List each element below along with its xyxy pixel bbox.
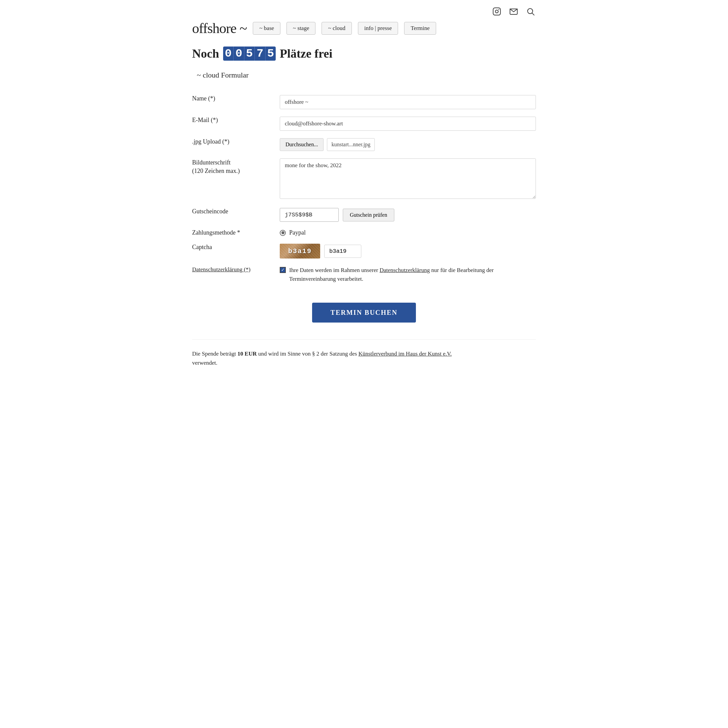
gutschein-check-button[interactable]: Gutschein prüfen (343, 209, 394, 222)
paypal-radio-inner (281, 231, 284, 234)
form-row-payment: Zahlungsmethode * Paypal (192, 228, 536, 238)
form-row-name: Name (*) (192, 94, 536, 110)
file-browse-button[interactable]: Durchsuchen... (280, 138, 324, 151)
captcha-label: Captcha (192, 242, 280, 260)
heading-suffix: Plätze frei (280, 46, 332, 61)
captcha-image: b3a19 (280, 244, 320, 258)
submit-button[interactable]: TERMIN BUCHEN (312, 303, 416, 323)
file-input-row: Durchsuchen... kunstart...nner.jpg (280, 138, 536, 151)
datenschutz-text: Ihre Daten werden im Rahmen unserer Date… (289, 266, 536, 283)
nav-cloud[interactable]: ~ cloud (321, 22, 352, 35)
site-title: offshore ~ (192, 20, 247, 37)
form-row-caption: Bildunterschrift (120 Zeichen max.) mone… (192, 157, 536, 202)
nav-stage[interactable]: ~ stage (286, 22, 315, 35)
nav-termine[interactable]: Termine (404, 22, 436, 35)
search-icon[interactable] (525, 6, 536, 17)
form-row-jpg: .jpg Upload (*) Durchsuchen... kunstart.… (192, 137, 536, 152)
datenschutz-checkbox[interactable] (280, 267, 286, 273)
svg-point-2 (499, 9, 500, 10)
captcha-input[interactable] (324, 245, 361, 258)
svg-rect-0 (493, 8, 500, 15)
svg-point-1 (496, 10, 499, 13)
datenschutz-label[interactable]: Datenschutzerklärung (*) (192, 266, 251, 273)
datenschutz-label-cell: Datenschutzerklärung (*) (192, 265, 280, 284)
counter-display: 0 0 5 7 5 (223, 46, 276, 61)
gutschein-row: Gutschein prüfen (280, 208, 536, 222)
counter-digit-3: 7 (255, 46, 265, 61)
footer-bold: 10 EUR (238, 350, 257, 357)
cloud-form: Name (*) E-Mail (*) .jpg Upload (*) Durc… (192, 89, 536, 323)
form-table: Name (*) E-Mail (*) .jpg Upload (*) Durc… (192, 89, 536, 289)
form-row-gutschein: Gutscheincode Gutschein prüfen (192, 206, 536, 223)
svg-line-5 (532, 13, 534, 15)
form-row-captcha: Captcha b3a19 (192, 242, 536, 260)
heading-prefix: Noch (192, 46, 219, 61)
payment-row: Paypal (280, 229, 536, 236)
counter-digit-0: 0 (223, 46, 234, 61)
caption-label: Bildunterschrift (120 Zeichen max.) (192, 157, 280, 202)
nav-base[interactable]: ~ base (253, 22, 280, 35)
paypal-radio[interactable] (280, 230, 286, 236)
counter-digit-4: 5 (266, 46, 276, 61)
top-icon-bar (192, 0, 536, 20)
footer-link[interactable]: Künstlerverbund im Haus der Kunst e.V. (358, 350, 452, 357)
form-section-title: ~ cloud Formular (192, 71, 536, 80)
jpg-label: .jpg Upload (*) (192, 137, 280, 152)
email-input[interactable] (280, 116, 536, 131)
nav-info[interactable]: info | presse (358, 22, 398, 35)
captcha-row: b3a19 (280, 244, 536, 258)
footer-text: Die Spende beträgt 10 EUR und wird im Si… (192, 340, 536, 367)
name-input[interactable] (280, 95, 536, 109)
counter-digit-2: 5 (244, 46, 255, 61)
form-row-email: E-Mail (*) (192, 115, 536, 132)
payment-value: Paypal (289, 229, 306, 236)
gutschein-input[interactable] (280, 208, 339, 222)
gutschein-label: Gutscheincode (192, 206, 280, 223)
header: offshore ~ ~ base ~ stage ~ cloud info |… (192, 20, 536, 46)
instagram-icon[interactable] (491, 6, 502, 17)
form-row-datenschutz: Datenschutzerklärung (*) Ihre Daten werd… (192, 265, 536, 284)
datenschutz-link[interactable]: Datenschutzerklärung (379, 267, 430, 273)
counter-digit-1: 0 (234, 46, 244, 61)
name-label: Name (*) (192, 94, 280, 110)
file-name-display: kunstart...nner.jpg (327, 138, 375, 151)
payment-label: Zahlungsmethode * (192, 228, 280, 238)
submit-area: TERMIN BUCHEN (192, 303, 536, 323)
email-label: E-Mail (*) (192, 115, 280, 132)
mail-icon[interactable] (508, 6, 519, 17)
caption-textarea[interactable]: mone for the show, 2022 (280, 158, 536, 199)
datenschutz-row: Ihre Daten werden im Rahmen unserer Date… (280, 266, 536, 283)
page-heading: Noch 0 0 5 7 5 Plätze frei (192, 46, 536, 61)
